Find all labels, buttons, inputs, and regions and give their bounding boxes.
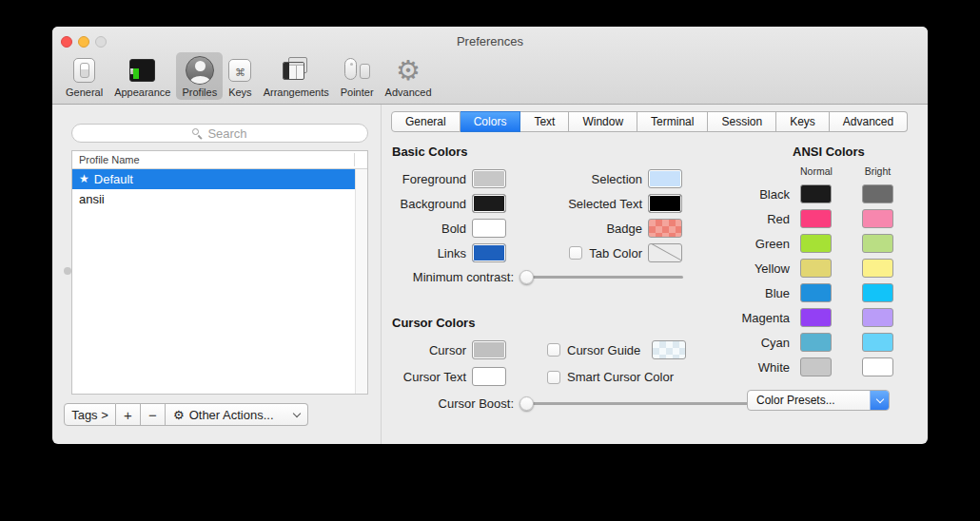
cursor-guide-color-well[interactable]: [652, 340, 686, 359]
color-label: Tab Color: [589, 246, 642, 260]
magenta-bright-color-well[interactable]: [862, 308, 893, 327]
tags-button[interactable]: Tags >: [64, 403, 116, 426]
slider-knob[interactable]: [519, 270, 534, 284]
ansi-color-label: Black: [709, 187, 790, 202]
ansi-color-label: White: [709, 360, 790, 375]
tab-terminal[interactable]: Terminal: [637, 111, 708, 132]
red-normal-color-well[interactable]: [800, 209, 832, 228]
toolbar-item-pointer[interactable]: Pointer: [335, 52, 380, 100]
black-bright-color-well[interactable]: [862, 184, 893, 203]
tab-colors[interactable]: Colors: [461, 111, 521, 132]
profile-list-header[interactable]: Profile Name: [72, 151, 367, 169]
add-profile-button[interactable]: +: [116, 403, 141, 426]
chevron-down-icon: [875, 395, 883, 402]
profile-row-ansii[interactable]: ansii: [72, 189, 355, 209]
ansi-row-red: Red: [709, 209, 893, 228]
toolbar-item-appearance[interactable]: × Appearance: [108, 52, 176, 100]
green-bright-color-well[interactable]: [862, 234, 893, 253]
color-presets-label: Color Presets...: [748, 394, 870, 407]
blue-bright-color-well[interactable]: [862, 283, 893, 302]
selected-text-color-well[interactable]: [648, 194, 682, 213]
toolbar-item-arrangements[interactable]: Arrangements: [258, 52, 335, 100]
magenta-normal-color-well[interactable]: [800, 308, 832, 327]
selection-color-well[interactable]: [648, 169, 682, 188]
ansi-row-green: Green: [709, 234, 893, 253]
toolbar-item-general[interactable]: General: [60, 52, 108, 100]
color-label: Foreground: [392, 172, 466, 186]
smart-cursor-color-row: Smart Cursor Color: [547, 370, 686, 384]
slider-knob[interactable]: [519, 396, 534, 411]
ansi-color-label: Yellow: [709, 261, 790, 276]
tab-color-well[interactable]: [648, 243, 682, 262]
blue-normal-color-well[interactable]: [800, 283, 832, 302]
color-row-background: Background: [392, 194, 506, 213]
yellow-normal-color-well[interactable]: [800, 259, 832, 278]
cursor-text-color-well[interactable]: [472, 367, 506, 386]
ansi-row-blue: Blue: [709, 283, 893, 302]
preferences-window: Preferences General × Appearance Profile…: [52, 27, 928, 444]
basic-colors-right-column: Selection Selected Text Badge Tab Color: [528, 169, 682, 268]
ansi-colors-title: ANSI Colors: [793, 145, 865, 159]
toolbar-item-label: Keys: [228, 87, 251, 98]
toolbar-item-label: Advanced: [385, 87, 432, 98]
minimum-contrast-slider[interactable]: [521, 276, 683, 279]
other-actions-dropdown[interactable]: ⚙ Other Actions...: [166, 403, 308, 426]
tab-window[interactable]: Window: [569, 111, 637, 132]
cyan-normal-color-well[interactable]: [800, 333, 832, 352]
ansi-color-label: Magenta: [709, 311, 790, 325]
smart-cursor-color-checkbox[interactable]: [547, 371, 560, 384]
cursor-guide-row: Cursor Guide: [547, 340, 686, 359]
background-color-well[interactable]: [472, 194, 506, 213]
general-icon: [73, 55, 95, 85]
tab-general[interactable]: General: [391, 111, 461, 132]
color-row-links: Links: [392, 243, 506, 262]
smart-cursor-color-label: Smart Cursor Color: [567, 370, 674, 384]
ansi-row-yellow: Yellow: [709, 259, 893, 278]
basic-colors-left-column: Foreground Background Bold Links: [392, 169, 506, 268]
foreground-color-well[interactable]: [472, 169, 506, 188]
cursor-color-well[interactable]: [472, 340, 506, 359]
toolbar-item-advanced[interactable]: ⚙ Advanced: [380, 52, 438, 100]
basic-colors-title: Basic Colors: [392, 145, 467, 159]
black-normal-color-well[interactable]: [800, 184, 832, 203]
white-normal-color-well[interactable]: [800, 357, 832, 376]
toolbar-item-label: Pointer: [341, 87, 374, 98]
green-normal-color-well[interactable]: [800, 234, 832, 253]
minimum-contrast-row: Minimum contrast:: [392, 270, 683, 284]
bold-color-well[interactable]: [472, 219, 506, 238]
settings-tab-bar: General Colors Text Window Terminal Sess…: [391, 111, 908, 132]
cursor-colors-checkboxes: Cursor Guide Smart Cursor Color: [547, 340, 686, 395]
header-divider: [354, 153, 355, 166]
color-label: Background: [392, 197, 466, 211]
profile-row-default[interactable]: ★ Default: [72, 169, 355, 189]
ansi-color-label: Blue: [709, 286, 790, 300]
toolbar-item-label: Appearance: [114, 87, 170, 98]
tab-session[interactable]: Session: [708, 111, 776, 132]
bright-column-header: Bright: [862, 165, 893, 177]
cursor-colors-left-column: Cursor Cursor Text: [392, 340, 506, 392]
yellow-bright-color-well[interactable]: [862, 259, 893, 278]
tab-color-checkbox[interactable]: [569, 246, 582, 260]
color-label: Cursor Text: [392, 370, 466, 384]
tab-advanced[interactable]: Advanced: [830, 111, 908, 132]
color-label: Links: [392, 246, 466, 260]
tab-text[interactable]: Text: [520, 111, 569, 132]
toolbar-item-keys[interactable]: ⌘ Keys: [223, 52, 257, 100]
cyan-bright-color-well[interactable]: [862, 333, 893, 352]
red-bright-color-well[interactable]: [862, 209, 893, 228]
ansi-color-label: Green: [709, 237, 790, 251]
color-row-selected-text: Selected Text: [528, 194, 682, 213]
links-color-well[interactable]: [472, 243, 506, 262]
normal-column-header: Normal: [800, 165, 832, 177]
toolbar-item-profiles[interactable]: Profiles: [176, 52, 223, 100]
remove-profile-button[interactable]: −: [141, 403, 166, 426]
advanced-gear-icon: ⚙: [396, 55, 421, 85]
color-presets-dropdown[interactable]: Color Presets...: [747, 390, 890, 411]
tab-keys[interactable]: Keys: [776, 111, 830, 132]
ansi-row-black: Black: [709, 184, 893, 203]
search-input[interactable]: Search: [71, 124, 368, 143]
badge-color-well[interactable]: [648, 219, 682, 238]
cursor-guide-checkbox[interactable]: [547, 343, 560, 357]
white-bright-color-well[interactable]: [862, 357, 893, 376]
scrollbar-track[interactable]: [355, 169, 367, 394]
